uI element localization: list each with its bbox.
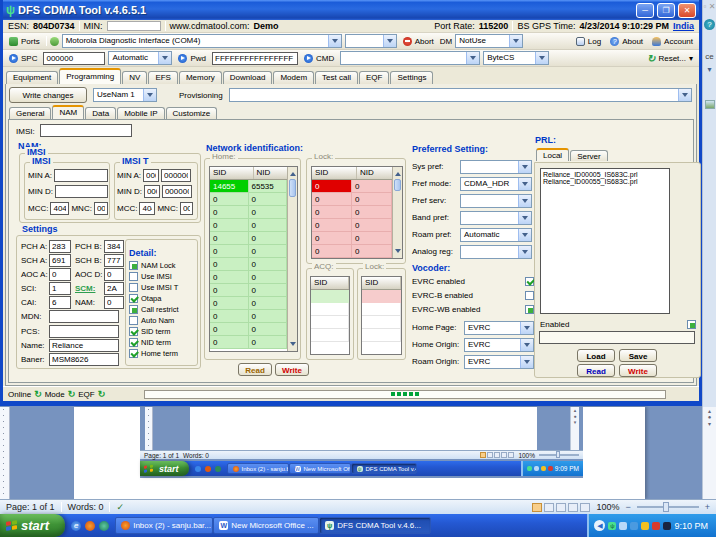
word-count[interactable]: Words: 0 bbox=[68, 502, 104, 512]
table-row[interactable]: 00 bbox=[210, 284, 287, 297]
prl-file-list[interactable]: Reliance_ID00005_IS683C.prl Reliance_ID0… bbox=[540, 168, 670, 314]
network-read-button[interactable]: Read bbox=[238, 363, 272, 376]
reset-button[interactable]: ↻Reset... ▾ bbox=[644, 53, 696, 64]
country-link[interactable]: India bbox=[673, 21, 694, 31]
maximize-button[interactable]: ❐ bbox=[657, 3, 675, 18]
taskbar-button-inbox[interactable]: Inbox (2) - sanju.bar... bbox=[115, 517, 213, 534]
table-row[interactable]: 00 bbox=[312, 193, 392, 206]
mdn-input[interactable] bbox=[49, 310, 119, 323]
tab-programming[interactable]: Programming bbox=[59, 68, 121, 84]
interface-select[interactable]: Motorola Diagnostic Interface (COM4) bbox=[62, 34, 342, 48]
call-restrict-checkbox[interactable] bbox=[129, 305, 138, 314]
evrc-b-enabled-checkbox[interactable] bbox=[525, 291, 534, 300]
sci-input[interactable] bbox=[49, 282, 71, 295]
imsi-mcc-input[interactable] bbox=[50, 202, 69, 215]
pref-serv-select[interactable] bbox=[460, 194, 532, 208]
home-table-scrollbar[interactable] bbox=[287, 167, 297, 351]
tab-efs[interactable]: EFS bbox=[148, 71, 178, 84]
chevron-down-icon[interactable] bbox=[518, 195, 531, 207]
auto-nam-checkbox[interactable] bbox=[129, 316, 138, 325]
sid-column-header[interactable]: SID bbox=[312, 167, 357, 179]
roam-pref-select[interactable]: Automatic bbox=[460, 228, 532, 242]
pch-b-input[interactable] bbox=[104, 240, 124, 253]
use-nam-select[interactable]: UseNam 1 bbox=[93, 88, 157, 102]
prl-save-button[interactable]: Save bbox=[619, 349, 657, 362]
prl-tab-local[interactable]: Local bbox=[536, 148, 569, 161]
tray-chevron-icon[interactable]: ◀ bbox=[594, 520, 605, 531]
imsi-t-min-a2-input[interactable] bbox=[161, 169, 191, 182]
sys-pref-select[interactable] bbox=[460, 160, 532, 174]
tray-network-icon[interactable] bbox=[619, 522, 627, 530]
scm-link[interactable]: SCM: bbox=[75, 284, 102, 293]
nam-lock-checkbox[interactable] bbox=[129, 261, 138, 270]
start-button[interactable]: start bbox=[0, 514, 65, 537]
chevron-down-icon[interactable] bbox=[518, 246, 531, 258]
table-row[interactable]: 00 bbox=[210, 258, 287, 271]
aoc-a-input[interactable] bbox=[49, 268, 71, 281]
evrc-enabled-checkbox[interactable] bbox=[525, 277, 534, 286]
taskpane-dropdown-icon[interactable]: ▾ bbox=[703, 65, 716, 74]
chevron-down-icon[interactable] bbox=[518, 161, 531, 173]
firefox-icon[interactable] bbox=[85, 521, 95, 531]
nam-input[interactable] bbox=[104, 296, 124, 309]
table-row[interactable]: 00 bbox=[312, 245, 392, 258]
imsi-mnc-input[interactable] bbox=[94, 202, 108, 215]
chevron-down-icon[interactable] bbox=[518, 229, 531, 241]
subtab-customize[interactable]: Customize bbox=[166, 107, 218, 119]
title-bar[interactable]: ψ DFS CDMA Tool v.4.6.5.1 ─ ❐ ✕ bbox=[3, 0, 699, 20]
chevron-down-icon[interactable] bbox=[466, 52, 479, 64]
tray-alert-icon[interactable] bbox=[652, 522, 660, 530]
table-row[interactable] bbox=[311, 303, 349, 316]
acq-lock-sid-table[interactable]: SID bbox=[361, 276, 402, 355]
imsi-t-mnc-input[interactable] bbox=[180, 202, 193, 215]
cmd-select[interactable] bbox=[340, 51, 480, 65]
scm-input[interactable] bbox=[104, 282, 124, 295]
tray-dfs-icon[interactable]: ψ bbox=[608, 522, 616, 530]
chevron-down-icon[interactable] bbox=[535, 52, 548, 64]
spc-mode-select[interactable]: Automatic bbox=[108, 51, 172, 65]
lock-table-scrollbar[interactable] bbox=[392, 167, 402, 258]
chevron-down-icon[interactable] bbox=[520, 322, 533, 334]
table-row[interactable]: 00 bbox=[210, 232, 287, 245]
prl-write-button[interactable]: Write bbox=[619, 364, 657, 377]
pref-mode-select[interactable]: CDMA_HDR bbox=[460, 177, 532, 191]
table-row[interactable]: 1465565535 bbox=[210, 180, 287, 193]
roam-origin-select[interactable]: EVRC bbox=[464, 355, 534, 369]
zoom-out-icon[interactable]: − bbox=[625, 502, 630, 512]
background-window-controls[interactable]: ▫ ✕ bbox=[703, 0, 716, 11]
prl-read-button[interactable]: Read bbox=[577, 364, 615, 377]
spc-button[interactable]: SPC bbox=[6, 53, 40, 64]
table-row[interactable] bbox=[311, 329, 349, 342]
imsi-min-d-input[interactable] bbox=[55, 185, 108, 198]
quick-launch-icon[interactable] bbox=[99, 521, 109, 531]
write-changes-button[interactable]: Write changes bbox=[9, 87, 87, 103]
home-page-select[interactable]: EVRC bbox=[464, 321, 534, 335]
home-origin-select[interactable]: EVRC bbox=[464, 338, 534, 352]
prl-load-button[interactable]: Load bbox=[577, 349, 615, 362]
cai-input[interactable] bbox=[49, 296, 71, 309]
table-row[interactable]: 00 bbox=[312, 232, 392, 245]
sid-term-checkbox[interactable] bbox=[129, 327, 138, 336]
minimize-button[interactable]: ─ bbox=[636, 3, 654, 18]
subtab-data[interactable]: Data bbox=[85, 107, 116, 119]
analog-reg-select[interactable] bbox=[460, 245, 532, 259]
dm-mode-select[interactable]: NotUse bbox=[455, 34, 523, 48]
table-row[interactable] bbox=[311, 290, 349, 303]
imsi-t-min-d1-input[interactable] bbox=[144, 185, 160, 198]
sid-column-header[interactable]: SID bbox=[210, 167, 254, 179]
aoc-d-input[interactable] bbox=[104, 268, 124, 281]
home-term-checkbox[interactable] bbox=[129, 349, 138, 358]
table-row[interactable]: 00 bbox=[210, 219, 287, 232]
clock[interactable]: 9:10 PM bbox=[674, 521, 708, 531]
pwd-input[interactable] bbox=[212, 52, 298, 65]
table-row[interactable]: 00 bbox=[210, 271, 287, 284]
home-sid-nid-table[interactable]: SIDNID 1465565535 00 00 00 00 00 00 00 0… bbox=[209, 166, 298, 352]
chevron-down-icon[interactable] bbox=[520, 339, 533, 351]
table-row[interactable]: 00 bbox=[210, 323, 287, 336]
table-row[interactable] bbox=[362, 303, 401, 316]
table-row[interactable]: 00 bbox=[312, 180, 392, 193]
account-button[interactable]: Account bbox=[649, 36, 696, 47]
list-item[interactable]: Reliance_ID00055_IS683C.prl bbox=[543, 178, 667, 185]
table-row[interactable]: 00 bbox=[210, 245, 287, 258]
word-scrollbar[interactable]: ▴●▾ bbox=[702, 407, 716, 499]
